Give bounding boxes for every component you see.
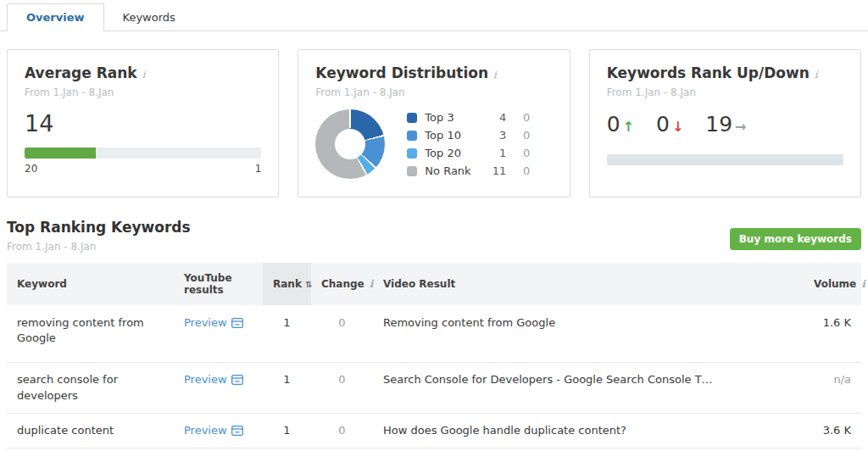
section-date-range: From 1.Jan - 8.Jan xyxy=(7,241,191,253)
keyword-cell: duplicate content xyxy=(7,413,174,448)
preview-link[interactable]: Preview xyxy=(184,372,243,387)
keyword-distribution-date-range: From 1.Jan - 8.Jan xyxy=(315,86,552,98)
keyword-cell: google search console xyxy=(7,448,174,451)
info-icon[interactable]: i xyxy=(142,69,146,81)
rank-same-metric: 19 → xyxy=(705,112,746,136)
legend-item: No Rank 11 0 xyxy=(407,164,530,177)
legend-delta: 0 xyxy=(513,164,530,177)
legend-value: 1 xyxy=(484,147,506,159)
change-cell: 0 xyxy=(311,448,373,451)
legend-swatch xyxy=(407,113,417,123)
col-header-keyword[interactable]: Keyword xyxy=(7,263,174,305)
table-row: search console for developers Preview 1 … xyxy=(7,363,861,413)
legend-label: No Rank xyxy=(425,164,477,177)
legend-item: Top 20 1 0 xyxy=(407,147,530,159)
keyword-distribution-title: Keyword Distribution xyxy=(315,64,488,81)
keyword-distribution-card: Keyword Distributioni From 1.Jan - 8.Jan… xyxy=(298,49,570,198)
legend-delta: 0 xyxy=(513,147,530,159)
legend-label: Top 20 xyxy=(425,147,477,159)
rank-up-metric: 0 ↑ xyxy=(607,112,634,136)
col-header-rank[interactable]: Rank⇅ xyxy=(263,263,311,305)
rank-same-value: 19 xyxy=(705,112,732,136)
change-cell: 0 xyxy=(311,305,373,363)
arrow-right-icon: → xyxy=(735,119,746,135)
preview-link[interactable]: Preview xyxy=(184,423,243,438)
tab-keywords[interactable]: Keywords xyxy=(104,4,194,31)
volume-cell: n/a xyxy=(804,363,861,413)
legend-delta: 0 xyxy=(513,111,530,124)
rank-down-value: 0 xyxy=(656,112,670,136)
legend-value: 11 xyxy=(484,164,506,177)
legend-label: Top 10 xyxy=(425,129,477,142)
buy-more-keywords-button[interactable]: Buy more keywords xyxy=(730,228,861,250)
average-rank-bar-fill xyxy=(25,148,96,159)
change-cell: 0 xyxy=(311,413,373,448)
rank-down-metric: 0 ↓ xyxy=(656,112,683,136)
rank-up-down-date-range: From 1.Jan - 8.Jan xyxy=(607,86,843,98)
legend-delta: 0 xyxy=(513,129,530,142)
scale-left-label: 20 xyxy=(25,163,37,175)
keyword-cell: search console for developers xyxy=(7,363,174,413)
change-cell: 0 xyxy=(311,363,373,413)
col-header-change[interactable]: Changei xyxy=(311,263,373,305)
rank-up-value: 0 xyxy=(607,112,620,136)
col-header-youtube-results[interactable]: YouTube results xyxy=(174,263,263,305)
video-result-cell: Removing content from Google xyxy=(373,305,804,363)
preview-window-icon xyxy=(231,375,243,385)
arrow-down-icon: ↓ xyxy=(672,119,683,135)
legend-item: Top 10 3 0 xyxy=(407,129,530,142)
legend-label: Top 3 xyxy=(425,111,477,124)
average-rank-bar xyxy=(25,148,261,159)
average-rank-scale: 20 1 xyxy=(25,163,261,175)
info-icon[interactable]: i xyxy=(493,69,497,81)
arrow-up-icon: ↑ xyxy=(623,119,634,135)
legend-value: 3 xyxy=(484,129,506,142)
video-result-cell: Search Console for Developers - Google S… xyxy=(373,363,804,413)
legend-item: Top 3 4 0 xyxy=(407,111,530,124)
average-rank-value: 14 xyxy=(25,110,261,136)
rank-cell: 1 xyxy=(263,363,311,413)
table-row: duplicate content Preview 1 0 How does G… xyxy=(7,413,861,448)
average-rank-title: Average Rank xyxy=(25,64,137,81)
keyword-distribution-legend: Top 3 4 0 Top 10 3 0 Top 20 1 0 xyxy=(407,111,530,177)
preview-window-icon xyxy=(231,426,243,436)
info-icon[interactable]: i xyxy=(861,278,865,290)
preview-window-icon xyxy=(231,318,243,328)
legend-value: 4 xyxy=(484,111,506,124)
table-row: removing content from Google Preview 1 0… xyxy=(7,305,861,363)
col-header-volume[interactable]: Volumei xyxy=(804,263,861,305)
keyword-cell: removing content from Google xyxy=(7,305,174,363)
preview-link[interactable]: Preview xyxy=(184,315,243,331)
legend-swatch xyxy=(407,166,417,176)
info-icon[interactable]: i xyxy=(370,278,374,290)
keyword-distribution-donut-chart xyxy=(315,109,385,179)
table-row: google search console Preview 3 0 5 reas… xyxy=(7,448,861,451)
rank-up-down-title: Keywords Rank Up/Down xyxy=(607,64,810,81)
legend-swatch xyxy=(407,148,417,159)
table-header-row: Keyword YouTube results Rank⇅ Changei Vi… xyxy=(7,263,861,305)
average-rank-card: Average Ranki From 1.Jan - 8.Jan 14 20 1 xyxy=(7,49,279,198)
summary-cards: Average Ranki From 1.Jan - 8.Jan 14 20 1… xyxy=(7,49,861,198)
top-ranking-keywords-header: Top Ranking Keywords From 1.Jan - 8.Jan … xyxy=(7,219,861,253)
average-rank-date-range: From 1.Jan - 8.Jan xyxy=(25,86,261,98)
volume-cell: 2.2 M xyxy=(804,448,861,451)
info-icon[interactable]: i xyxy=(815,69,818,81)
tab-bar: Overview Keywords xyxy=(0,0,868,31)
sort-icon: ⇅ xyxy=(305,280,312,289)
scale-right-label: 1 xyxy=(255,163,262,175)
tab-overview[interactable]: Overview xyxy=(7,3,104,31)
keywords-table: Keyword YouTube results Rank⇅ Changei Vi… xyxy=(7,263,861,451)
rank-cell: 1 xyxy=(263,413,311,448)
rank-cell: 3 xyxy=(263,448,311,451)
col-header-video-result[interactable]: Video Result xyxy=(373,263,804,305)
video-result-cell: How does Google handle duplicate content… xyxy=(373,413,804,448)
rank-up-down-card: Keywords Rank Up/Downi From 1.Jan - 8.Ja… xyxy=(589,49,861,198)
volume-cell: 3.6 K xyxy=(804,413,861,448)
video-result-cell: 5 reasons for using Google Search Consol… xyxy=(373,448,804,451)
rank-cell: 1 xyxy=(263,305,311,363)
rank-up-down-bar xyxy=(607,154,843,165)
volume-cell: 1.6 K xyxy=(804,305,861,363)
section-title: Top Ranking Keywords xyxy=(7,219,191,236)
legend-swatch xyxy=(407,131,417,141)
